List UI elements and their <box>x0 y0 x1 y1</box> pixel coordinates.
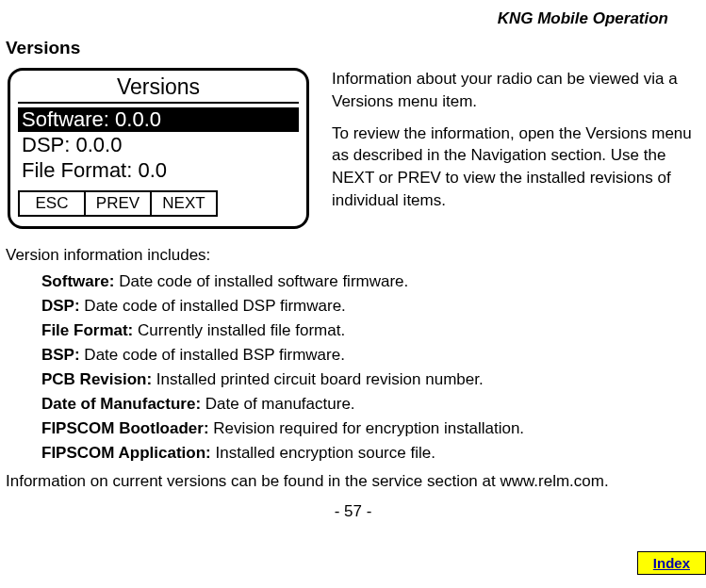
screen-item-file-format[interactable]: File Format: 0.0 <box>18 158 299 183</box>
index-tab[interactable]: Index <box>637 551 706 575</box>
section-title: Versions <box>0 28 706 68</box>
info-list: Software: Date code of installed softwar… <box>0 272 706 463</box>
info-item-dsp: DSP: Date code of installed DSP firmware… <box>41 297 706 316</box>
screen-item-dsp[interactable]: DSP: 0.0.0 <box>18 133 299 157</box>
info-item-date: Date of Manufacture: Date of manufacture… <box>41 395 706 414</box>
info-item-fipscom-app: FIPSCOM Application: Installed encryptio… <box>41 444 706 463</box>
description-p2: To review the information, open the Vers… <box>332 122 698 212</box>
device-screen: Versions Software: 0.0.0 DSP: 0.0.0 File… <box>8 68 309 229</box>
screen-title: Versions <box>18 74 299 104</box>
description-p1: Information about your radio can be view… <box>332 68 698 113</box>
info-item-software: Software: Date code of installed softwar… <box>41 272 706 291</box>
page-number: - 57 - <box>0 491 706 521</box>
description-block: Information about your radio can be view… <box>309 68 698 229</box>
softkey-esc[interactable]: ESC <box>20 192 86 215</box>
info-item-pcb: PCB Revision: Installed printed circuit … <box>41 370 706 389</box>
content-row: Versions Software: 0.0.0 DSP: 0.0.0 File… <box>0 68 706 229</box>
info-item-file-format: File Format: Currently installed file fo… <box>41 321 706 340</box>
info-item-fipscom-boot: FIPSCOM Bootloader: Revision required fo… <box>41 419 706 438</box>
softkey-row: ESC PREV NEXT <box>18 190 218 217</box>
softkey-prev[interactable]: PREV <box>86 192 152 215</box>
info-intro: Version information includes: <box>0 229 706 272</box>
info-item-bsp: BSP: Date code of installed BSP firmware… <box>41 346 706 365</box>
page-header: KNG Mobile Operation <box>0 0 706 28</box>
screen-item-software[interactable]: Software: 0.0.0 <box>18 107 299 132</box>
footer-note: Information on current versions can be f… <box>0 468 706 491</box>
softkey-next[interactable]: NEXT <box>152 192 216 215</box>
